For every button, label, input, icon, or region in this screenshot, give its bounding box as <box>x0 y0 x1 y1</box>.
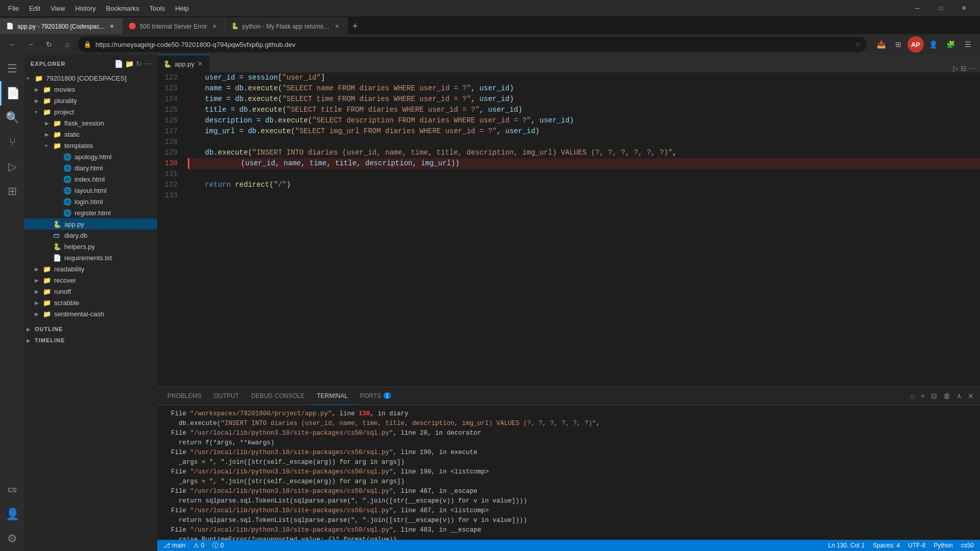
tree-project[interactable]: ▾ 📁 project <box>24 106 157 117</box>
tree-scrabble[interactable]: ▶ 📁 scrabble <box>24 297 157 308</box>
status-line-col[interactable]: Ln 130, Col 1 <box>826 542 867 549</box>
menu-view[interactable]: View <box>46 4 69 13</box>
tab-close-1[interactable]: ✕ <box>108 22 116 31</box>
menu-history[interactable]: History <box>71 4 100 13</box>
tree-index-html[interactable]: 🌐 index.html <box>24 173 157 185</box>
index-html-label: index.html <box>75 176 105 183</box>
collapse-explorer-button[interactable]: ⋯ <box>144 60 151 68</box>
status-branch[interactable]: ⎇ main <box>161 542 187 549</box>
new-folder-button[interactable]: 📁 <box>125 60 134 68</box>
menu-tools[interactable]: Tools <box>145 4 169 13</box>
menu-file[interactable]: File <box>4 4 23 13</box>
ports-badge: 1 <box>383 392 391 399</box>
editor-tab-close[interactable]: ✕ <box>198 60 203 67</box>
terminal-home-button[interactable]: ⌂ <box>908 390 916 402</box>
login-html-label: login.html <box>75 198 103 206</box>
terminal-add-button[interactable]: + <box>919 390 927 402</box>
forward-button[interactable]: → <box>22 36 39 53</box>
tab-debug-console[interactable]: DEBUG CONSOLE <box>245 387 311 405</box>
status-encoding[interactable]: UTF-8 <box>906 542 927 549</box>
terminal-line-7: File "/usr/local/lib/python3.10/site-pac… <box>163 467 974 477</box>
tree-app-py[interactable]: 🐍 app.py <box>24 218 157 230</box>
tree-runoff[interactable]: ▶ 📁 runoff <box>24 286 157 297</box>
activity-account[interactable]: 👤 <box>0 502 24 527</box>
tree-sentimental[interactable]: ▶ 📁 sentimental-cash <box>24 308 157 319</box>
project-arrow: ▾ <box>35 109 43 115</box>
menu-help[interactable]: Help <box>171 4 193 13</box>
new-file-button[interactable]: 📄 <box>114 60 123 68</box>
editor-tab-app-py[interactable]: 🐍 app.py ✕ <box>157 55 209 72</box>
sync-button[interactable]: 👤 <box>925 36 941 53</box>
browser-tab-3[interactable]: 🐍 python - My Flask app returns a... ✕ <box>225 18 348 34</box>
home-button[interactable]: ⌂ <box>59 36 76 53</box>
profile-button[interactable]: AP <box>908 36 924 53</box>
tab-problems[interactable]: PROBLEMS <box>161 387 208 405</box>
tree-plurality[interactable]: ▶ 📁 plurality <box>24 95 157 106</box>
outline-section[interactable]: ▶ OUTLINE <box>24 323 157 335</box>
new-tab-button[interactable]: + <box>348 18 363 34</box>
terminal-close-button[interactable]: ✕ <box>966 390 976 402</box>
tree-static[interactable]: ▶ 📁 static <box>24 129 157 140</box>
status-errors[interactable]: ⚠ 0 <box>191 542 206 549</box>
tree-apology[interactable]: 🌐 apology.html <box>24 151 157 162</box>
status-cs50[interactable]: cs50 <box>959 542 976 549</box>
tab-close-2[interactable]: ✕ <box>210 22 218 31</box>
tab-close-3[interactable]: ✕ <box>333 22 341 31</box>
history-sidebar-button[interactable]: ⊞ <box>890 36 906 53</box>
tree-diary-html[interactable]: 🌐 diary.html <box>24 162 157 173</box>
pocket-button[interactable]: 📥 <box>873 36 889 53</box>
tree-templates[interactable]: ▾ 📁 templates <box>24 140 157 151</box>
tree-movies[interactable]: ▶ 📁 movies <box>24 84 157 95</box>
activity-search[interactable]: 🔍 <box>0 106 24 130</box>
address-bar[interactable]: 🔒 https://rumeysagelgi-code50-79201800-q… <box>78 37 867 52</box>
browser-tab-2[interactable]: 🔴 500 Internal Server Error ✕ <box>122 18 225 34</box>
terminal-split-button[interactable]: ⊟ <box>929 390 939 402</box>
activity-cs50[interactable]: CS <box>0 478 24 502</box>
activity-git[interactable]: ⑂ <box>0 130 24 155</box>
activity-settings[interactable]: ⚙ <box>0 527 24 551</box>
tab-output[interactable]: OUTPUT <box>208 387 245 405</box>
tree-diary-db[interactable]: 🗃 diary.db <box>24 230 157 241</box>
tree-helpers-py[interactable]: 🐍 helpers.py <box>24 241 157 252</box>
code-editor[interactable]: 122 123 124 125 126 127 128 129 130 131 … <box>157 72 980 387</box>
back-button[interactable]: ← <box>4 36 20 53</box>
terminal-collapse-button[interactable]: ∧ <box>954 390 964 402</box>
sidebar: EXPLORER 📄 📁 ↻ ⋯ ▾ 📁 79201800 [CODESPACE… <box>24 55 157 551</box>
tree-root[interactable]: ▾ 📁 79201800 [CODESPACES] <box>24 72 157 84</box>
tree-login-html[interactable]: 🌐 login.html <box>24 196 157 207</box>
code-content[interactable]: user_id = session["user_id"] name = db.e… <box>183 72 980 387</box>
maximize-button[interactable]: □ <box>929 0 952 16</box>
activity-menu[interactable]: ☰ <box>0 57 24 81</box>
menu-edit[interactable]: Edit <box>25 4 44 13</box>
tree-readability[interactable]: ▶ 📁 readability <box>24 263 157 274</box>
bookmark-icon[interactable]: ☆ <box>855 41 861 48</box>
split-editor-button[interactable]: ⊟ <box>961 64 967 72</box>
status-spaces[interactable]: Spaces: 4 <box>871 542 902 549</box>
menu-bookmarks[interactable]: Bookmarks <box>102 4 143 13</box>
tree-recover[interactable]: ▶ 📁 recover <box>24 274 157 286</box>
tab-terminal[interactable]: TERMINAL <box>311 387 354 405</box>
terminal-line-9: File "/usr/local/lib/python3.10/site-pac… <box>163 487 974 496</box>
activity-debug[interactable]: ▷ <box>0 155 24 179</box>
minimize-button[interactable]: ─ <box>905 0 929 16</box>
tree-flask-session[interactable]: ▶ 📁 flask_session <box>24 117 157 129</box>
timeline-section[interactable]: ▶ TIMELINE <box>24 335 157 346</box>
activity-explorer[interactable]: 📄 <box>0 81 24 106</box>
status-language[interactable]: Python <box>932 542 954 549</box>
reload-button[interactable]: ↻ <box>41 36 57 53</box>
run-button[interactable]: ▷ <box>953 64 959 72</box>
status-info[interactable]: ⓘ 0 <box>210 541 226 550</box>
tree-register-html[interactable]: 🌐 register.html <box>24 207 157 218</box>
browser-tab-1[interactable]: 📄 app.py - 79201800 [Codespac... ✕ <box>0 18 122 34</box>
terminal-delete-button[interactable]: 🗑 <box>941 390 952 402</box>
refresh-explorer-button[interactable]: ↻ <box>136 60 142 68</box>
more-actions-button[interactable]: ⋯ <box>969 64 976 72</box>
menu-button[interactable]: ☰ <box>960 36 976 53</box>
close-button[interactable]: ✕ <box>952 0 976 16</box>
tab-ports[interactable]: PORTS 1 <box>354 387 397 405</box>
activity-extensions[interactable]: ⊞ <box>0 179 24 204</box>
titlebar-left: File Edit View History Bookmarks Tools H… <box>4 4 193 13</box>
tree-requirements[interactable]: 📄 requirements.txt <box>24 252 157 263</box>
tree-layout-html[interactable]: 🌐 layout.html <box>24 185 157 196</box>
extensions-button[interactable]: 🧩 <box>942 36 959 53</box>
